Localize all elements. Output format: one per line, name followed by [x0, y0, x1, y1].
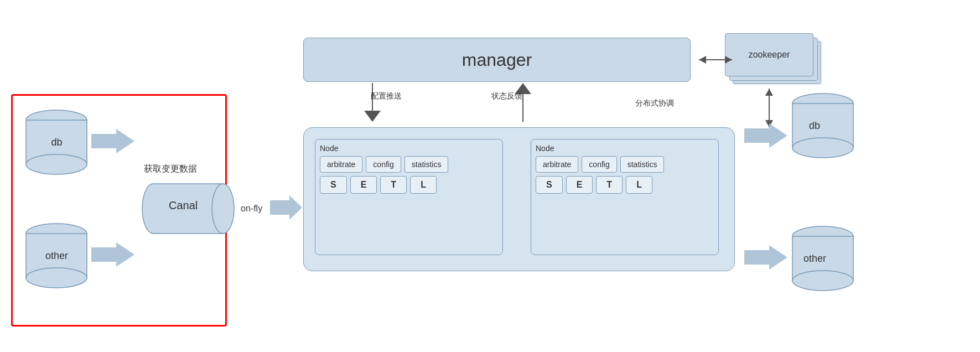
other-cylinder-right: other: [791, 224, 855, 298]
node-1-label: Node: [320, 144, 498, 153]
svg-point-2: [26, 154, 87, 174]
node-2-bottom-buttons: S E T L: [536, 176, 714, 194]
to-db-right-arrow: [744, 122, 789, 149]
db-right-label: db: [809, 120, 820, 132]
node-2-arbitrate-btn[interactable]: arbitrate: [536, 156, 578, 173]
node-2-label: Node: [536, 144, 714, 153]
other-cylinder-left: other: [25, 221, 89, 293]
nodes-container: Node arbitrate config statistics S E T L…: [303, 127, 735, 271]
svg-marker-18: [765, 89, 773, 96]
svg-marker-21: [364, 111, 381, 122]
to-other-right-arrow: [744, 244, 789, 271]
zookeeper-label: zookeeper: [749, 50, 790, 60]
node-1-e-btn[interactable]: E: [350, 176, 377, 194]
node-2-config-btn[interactable]: config: [582, 156, 616, 173]
other-to-canal-arrow: [91, 241, 136, 268]
svg-marker-31: [744, 245, 787, 270]
node-1-config-btn[interactable]: config: [366, 156, 401, 173]
other-left-label: other: [45, 250, 68, 262]
node-2-top-buttons: arbitrate config statistics: [536, 156, 714, 173]
db-cylinder-top: db: [25, 108, 89, 180]
svg-point-6: [26, 268, 87, 288]
svg-point-12: [212, 184, 234, 234]
canal-label: Canal: [169, 199, 198, 212]
svg-marker-3: [91, 129, 134, 153]
db-cylinder-right: db: [791, 91, 855, 165]
node-2-l-btn[interactable]: L: [626, 176, 652, 194]
node-2-box: Node arbitrate config statistics S E T L: [531, 139, 719, 255]
node-1-top-buttons: arbitrate config statistics: [320, 156, 498, 173]
node-1-arbitrate-btn[interactable]: arbitrate: [320, 156, 362, 173]
node-2-t-btn[interactable]: T: [596, 176, 623, 194]
node-1-box: Node arbitrate config statistics S E T L: [315, 139, 503, 255]
svg-marker-16: [699, 56, 706, 64]
node-2-s-btn[interactable]: S: [536, 176, 563, 194]
config-push-arrow: [359, 83, 386, 127]
status-feedback-arrow: [509, 83, 537, 127]
svg-marker-27: [744, 123, 787, 148]
manager-box: manager: [303, 38, 691, 82]
manager-label: manager: [462, 50, 532, 70]
on-fly-label: on-fly: [241, 204, 262, 214]
canal-to-nodes-arrow: [270, 194, 303, 221]
svg-point-26: [792, 138, 853, 158]
config-push-label: 配置推送: [371, 91, 402, 101]
svg-marker-7: [91, 242, 134, 267]
other-right-label: other: [803, 253, 826, 265]
svg-marker-13: [270, 195, 302, 220]
node-1-l-btn[interactable]: L: [410, 176, 437, 194]
zookeeper-stack: zookeeper: [725, 33, 819, 89]
node-2-e-btn[interactable]: E: [566, 176, 593, 194]
node-1-t-btn[interactable]: T: [380, 176, 407, 194]
get-changes-label: 获取变更数据: [144, 163, 197, 175]
node-2-statistics-btn[interactable]: statistics: [620, 156, 665, 173]
svg-marker-15: [725, 56, 732, 64]
node-1-s-btn[interactable]: S: [320, 176, 347, 194]
node-1-statistics-btn[interactable]: statistics: [405, 156, 449, 173]
node-1-bottom-buttons: S E T L: [320, 176, 498, 194]
db-to-canal-arrow: [91, 127, 136, 155]
distributed-coord-label: 分布式协调: [635, 99, 674, 108]
manager-zookeeper-arrow: [696, 51, 735, 68]
svg-point-30: [792, 271, 853, 291]
diagram-container: db other 获取变更数据 Canal on-fly: [0, 0, 980, 352]
canal-cylinder: Canal: [141, 183, 235, 237]
db-top-label: db: [51, 137, 62, 148]
status-feedback-label: 状态反馈: [491, 91, 522, 101]
